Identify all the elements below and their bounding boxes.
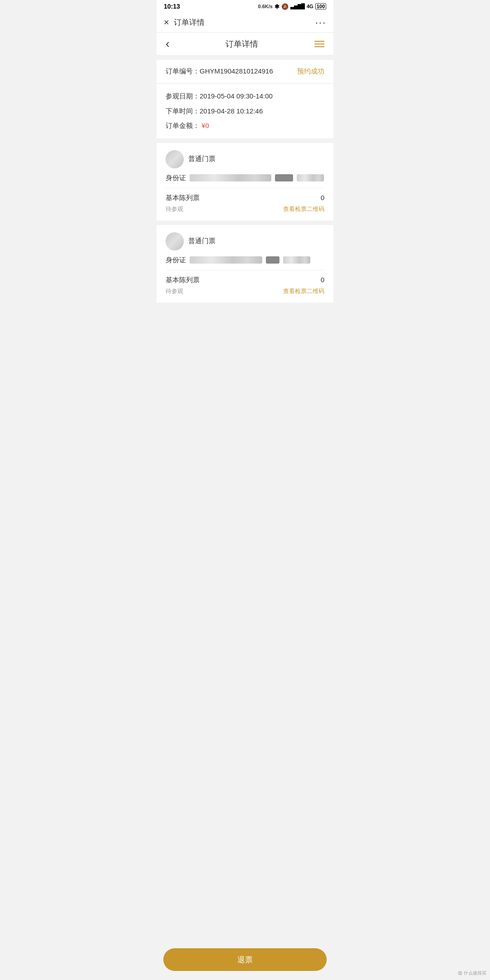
id-blur-short-2 bbox=[266, 256, 279, 264]
ticket-card-1: 普通门票 身份证 基本陈列票 0 待参观 查看检票二维码 bbox=[157, 143, 333, 220]
app-nav-title: 订单详情 bbox=[174, 17, 205, 28]
id-blur-long-2 bbox=[190, 256, 262, 264]
status-bar: 10:13 0.6K/s ✱ 🔕 ▃▅▇▉ 4G 100 bbox=[157, 0, 333, 13]
ticket-item-price-2: 0 bbox=[321, 276, 324, 284]
page-menu-button[interactable] bbox=[314, 41, 324, 47]
menu-line-3 bbox=[314, 46, 324, 47]
app-close-button[interactable]: × bbox=[164, 17, 169, 28]
ticket-qr-link-2[interactable]: 查看检票二维码 bbox=[283, 287, 324, 295]
id-label-2: 身份证 bbox=[166, 256, 186, 265]
ticket-item-sub-2: 待参观 查看检票二维码 bbox=[166, 287, 324, 295]
ticket-body-1: 基本陈列票 0 待参观 查看检票二维码 bbox=[166, 188, 324, 213]
id-blur-short-1 bbox=[275, 174, 293, 181]
app-nav-left: × 订单详情 bbox=[164, 17, 205, 28]
ticket-header-2: 普通门票 bbox=[166, 232, 324, 250]
order-time-text: 下单时间：2019-04-28 10:12:46 bbox=[166, 107, 263, 115]
ticket-status-2: 待参观 bbox=[166, 287, 183, 295]
id-row-2: 身份证 bbox=[166, 256, 324, 265]
id-blur-long-1 bbox=[190, 174, 271, 181]
visit-date-text: 参观日期：2019-05-04 09:30-14:00 bbox=[166, 92, 273, 100]
page-content: 订单编号：GHYM19042810124916 预约成功 参观日期：2019-0… bbox=[157, 60, 333, 303]
id-row-1: 身份证 bbox=[166, 174, 324, 182]
order-number: 订单编号：GHYM19042810124916 bbox=[166, 67, 273, 76]
price-number: 0 bbox=[206, 122, 209, 129]
ticket-status-1: 待参观 bbox=[166, 205, 183, 213]
menu-line-1 bbox=[314, 41, 324, 42]
network-speed: 0.6K/s bbox=[258, 4, 273, 9]
menu-line-2 bbox=[314, 44, 324, 44]
ticket-type-2: 普通门票 bbox=[188, 237, 216, 245]
ticket-item-name-1: 基本陈列票 bbox=[166, 194, 200, 202]
visit-date-row: 参观日期：2019-05-04 09:30-14:00 bbox=[166, 91, 324, 102]
app-more-button[interactable]: ··· bbox=[315, 17, 326, 29]
silent-icon: 🔕 bbox=[281, 3, 289, 10]
status-time: 10:13 bbox=[164, 3, 180, 10]
ticket-item-sub-1: 待参观 查看检票二维码 bbox=[166, 205, 324, 213]
avatar-blur-1 bbox=[166, 150, 184, 168]
ticket-body-2: 基本陈列票 0 待参观 查看检票二维码 bbox=[166, 270, 324, 295]
ticket-item-name-2: 基本陈列票 bbox=[166, 276, 200, 284]
id-blur-trail-1 bbox=[297, 174, 324, 181]
network-type: 4G bbox=[307, 4, 314, 9]
ticket-item-row-1: 基本陈列票 0 bbox=[166, 194, 324, 202]
bluetooth-icon: ✱ bbox=[274, 3, 279, 10]
order-status: 预约成功 bbox=[297, 67, 324, 76]
id-blur-trail-2 bbox=[283, 256, 310, 264]
ticket-type-1: 普通门票 bbox=[188, 155, 216, 163]
id-label-1: 身份证 bbox=[166, 174, 186, 182]
signal-icon: ▃▅▇▉ bbox=[290, 4, 305, 10]
order-header-card: 订单编号：GHYM19042810124916 预约成功 bbox=[157, 60, 333, 83]
app-nav-bar: × 订单详情 ··· bbox=[157, 13, 333, 33]
battery-icon: 100 bbox=[315, 3, 326, 10]
page-back-button[interactable]: ‹ bbox=[166, 37, 170, 51]
order-time-row: 下单时间：2019-04-28 10:12:46 bbox=[166, 106, 324, 117]
ticket-qr-link-1[interactable]: 查看检票二维码 bbox=[283, 205, 324, 213]
ticket-list: 普通门票 身份证 基本陈列票 0 待参观 查看检票二维码 bbox=[157, 143, 333, 303]
page-header: ‹ 订单详情 bbox=[157, 33, 333, 55]
avatar-blur-2 bbox=[166, 232, 184, 250]
ticket-item-row-2: 基本陈列票 0 bbox=[166, 276, 324, 284]
status-icons-right: 0.6K/s ✱ 🔕 ▃▅▇▉ 4G 100 bbox=[258, 3, 326, 10]
order-amount-row: 订单金额： ¥0 bbox=[166, 121, 324, 131]
ticket-card-2: 普通门票 身份证 基本陈列票 0 待参观 查看检票二维码 bbox=[157, 225, 333, 303]
page-header-title: 订单详情 bbox=[225, 39, 258, 49]
ticket-avatar-2 bbox=[166, 232, 184, 250]
ticket-item-price-1: 0 bbox=[321, 194, 324, 201]
ticket-header-1: 普通门票 bbox=[166, 150, 324, 168]
order-detail-card: 参观日期：2019-05-04 09:30-14:00 下单时间：2019-04… bbox=[157, 84, 333, 138]
ticket-avatar-1 bbox=[166, 150, 184, 168]
order-amount-label: 订单金额： bbox=[166, 122, 200, 129]
order-amount-value: ¥0 bbox=[201, 122, 209, 129]
price-symbol: ¥ bbox=[201, 122, 205, 129]
